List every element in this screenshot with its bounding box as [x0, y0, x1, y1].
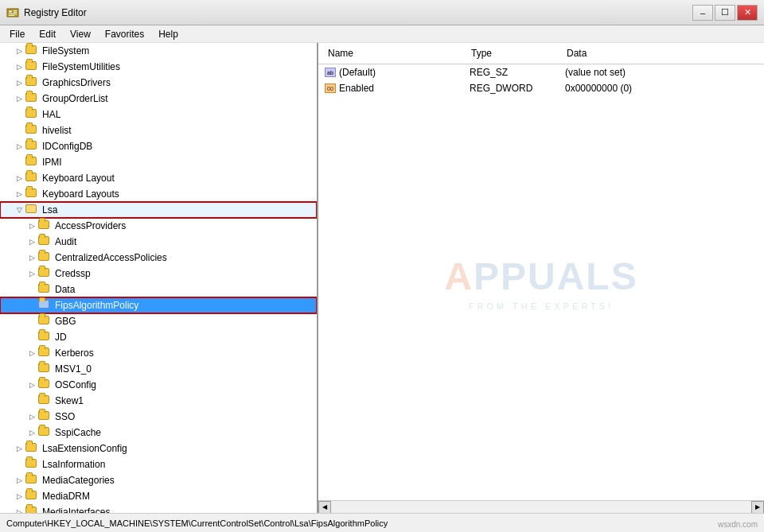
tree-item-keyboardlayouts[interactable]: ▷ Keyboard Layouts: [0, 186, 317, 202]
tree-item-gbg[interactable]: ▷ GBG: [0, 313, 317, 329]
window-controls: – ☐ ✕: [692, 5, 758, 21]
folder-icon-graphicsdrivers: [25, 77, 38, 88]
reg-type-enabled: REG_DWORD: [470, 83, 565, 94]
tree-item-hivelist[interactable]: ▷ hivelist: [0, 122, 317, 138]
tree-item-data[interactable]: ▷ Data: [0, 282, 317, 297]
tree-item-keyboardlayout[interactable]: ▷ Keyboard Layout: [0, 170, 317, 186]
tree-item-lsaextensionconfig[interactable]: ▷ LsaExtensionConfig: [0, 441, 317, 456]
tree-label-accessproviders: AccessProviders: [55, 220, 126, 231]
tree-content: ▷ FileSystem ▷ FileSystemUtilities ▷ Gra…: [0, 43, 317, 513]
tree-item-idconfigdb[interactable]: ▷ IDConfigDB: [0, 138, 317, 154]
expand-icon-sso: ▷: [25, 410, 38, 423]
tree-item-mediadrm[interactable]: ▷ MediaDRM: [0, 488, 317, 504]
folder-icon-kerberos: [38, 348, 51, 359]
tree-item-filesystem[interactable]: ▷ FileSystem: [0, 43, 317, 59]
tree-item-mediacategories[interactable]: ▷ MediaCategories: [0, 472, 317, 488]
folder-icon-idconfigdb: [25, 141, 38, 152]
folder-icon-fipsalgorithmpolicy: [38, 300, 51, 311]
tree-pane[interactable]: ▷ FileSystem ▷ FileSystemUtilities ▷ Gra…: [0, 43, 318, 513]
expand-icon-credssp: ▷: [25, 267, 38, 280]
tree-item-centralizedaccesspolicies[interactable]: ▷ CentralizedAccessPolicies: [0, 250, 317, 266]
folder-icon-accessproviders: [38, 220, 51, 231]
tree-label-osconfig: OSConfig: [55, 379, 96, 390]
tree-item-accessproviders[interactable]: ▷ AccessProviders: [0, 218, 317, 234]
reg-name-default: (Default): [339, 67, 470, 78]
horizontal-scrollbar[interactable]: ◀ ▶: [318, 500, 764, 513]
tree-item-jd[interactable]: ▷ JD: [0, 329, 317, 345]
tree-item-kerberos[interactable]: ▷ Kerberos: [0, 345, 317, 361]
reg-name-enabled: Enabled: [339, 83, 470, 94]
tree-label-filesystem: FileSystem: [42, 45, 89, 56]
col-header-type: Type: [468, 46, 563, 60]
expand-icon-keyboardlayouts: ▷: [13, 188, 25, 200]
folder-icon-mediainterfaces: [25, 507, 38, 513]
title-bar: Registry Editor – ☐ ✕: [0, 0, 764, 25]
folder-icon-keyboardlayout: [25, 173, 38, 184]
tree-label-sspicache: SspiCache: [55, 427, 101, 438]
tree-item-ipmi[interactable]: ▷ IPMI: [0, 154, 317, 170]
tree-item-graphicsdrivers[interactable]: ▷ GraphicsDrivers: [0, 75, 317, 91]
reg-data-enabled: 0x00000000 (0): [565, 83, 758, 94]
tree-item-fipsalgorithmpolicy[interactable]: ▷ FipsAlgorithmPolicy: [0, 297, 317, 313]
tree-label-idconfigdb: IDConfigDB: [42, 141, 92, 152]
main-content: ▷ FileSystem ▷ FileSystemUtilities ▷ Gra…: [0, 43, 764, 513]
tree-item-credssp[interactable]: ▷ Credssp: [0, 266, 317, 282]
tree-label-keyboardlayouts: Keyboard Layouts: [42, 188, 119, 200]
tree-item-lsainformation[interactable]: ▷ LsaInformation: [0, 456, 317, 472]
tree-label-mediadrm: MediaDRM: [42, 491, 90, 502]
folder-icon-keyboardlayouts: [25, 188, 38, 200]
close-button[interactable]: ✕: [737, 5, 758, 21]
registry-row-default[interactable]: ab (Default) REG_SZ (value not set): [318, 64, 764, 80]
scroll-left-button[interactable]: ◀: [318, 501, 331, 514]
folder-icon-credssp: [38, 268, 51, 279]
svg-rect-4: [9, 14, 17, 14]
tree-item-sso[interactable]: ▷ SSO: [0, 409, 317, 425]
tree-item-audit[interactable]: ▷ Audit: [0, 234, 317, 250]
expand-icon-keyboardlayout: ▷: [13, 172, 25, 184]
status-bar: Computer\HKEY_LOCAL_MACHINE\SYSTEM\Curre…: [0, 513, 764, 532]
expand-icon-centralizedaccesspolicies: ▷: [25, 251, 38, 264]
tree-item-sspicache[interactable]: ▷ SspiCache: [0, 425, 317, 441]
expand-icon-idconfigdb: ▷: [13, 140, 25, 153]
tree-label-ipmi: IPMI: [42, 157, 62, 168]
scroll-track[interactable]: [331, 501, 751, 513]
tree-label-lsaextensionconfig: LsaExtensionConfig: [42, 443, 127, 454]
menu-favorites[interactable]: Favorites: [99, 27, 150, 41]
svg-rect-2: [14, 10, 17, 11]
folder-icon-sso: [38, 411, 51, 422]
folder-icon-audit: [38, 236, 51, 247]
expand-icon-sspicache: ▷: [25, 426, 38, 439]
minimize-button[interactable]: –: [692, 5, 713, 21]
expand-icon-filesystemutilities: ▷: [13, 60, 25, 73]
registry-row-enabled[interactable]: 00 Enabled REG_DWORD 0x00000000 (0): [318, 80, 764, 96]
maximize-button[interactable]: ☐: [715, 5, 735, 21]
tree-item-filesystemutilities[interactable]: ▷ FileSystemUtilities: [0, 59, 317, 75]
folder-icon-osconfig: [38, 379, 51, 390]
menu-file[interactable]: File: [3, 27, 31, 41]
registry-values: APPUALS FROM THE EXPERTS! ab (Default) R…: [318, 64, 764, 500]
tree-label-grouporderlist: GroupOrderList: [42, 93, 108, 104]
expand-icon-kerberos: ▷: [25, 347, 38, 359]
expand-icon-mediacategories: ▷: [13, 474, 25, 487]
tree-item-msv1_0[interactable]: ▷ MSV1_0: [0, 361, 317, 377]
menu-view[interactable]: View: [64, 27, 97, 41]
tree-item-skew1[interactable]: ▷ Skew1: [0, 393, 317, 409]
menu-edit[interactable]: Edit: [33, 27, 62, 41]
right-pane: Name Type Data APPUALS FROM THE EXPERTS!…: [318, 43, 764, 513]
tree-item-osconfig[interactable]: ▷ OSConfig: [0, 377, 317, 393]
title-bar-left: Registry Editor: [6, 6, 87, 19]
tree-label-audit: Audit: [55, 236, 76, 247]
tree-item-grouporderlist[interactable]: ▷ GroupOrderList: [0, 91, 317, 107]
scroll-right-button[interactable]: ▶: [751, 501, 764, 514]
reg-icon-enabled: 00: [325, 83, 336, 93]
tree-item-mediainterfaces[interactable]: ▷ MediaInterfaces: [0, 504, 317, 513]
menu-help[interactable]: Help: [152, 27, 185, 41]
tree-item-lsa[interactable]: ▽ Lsa: [0, 202, 317, 218]
svg-rect-3: [14, 12, 17, 13]
expand-icon-mediainterfaces: ▷: [13, 506, 25, 513]
svg-rect-5: [9, 15, 14, 16]
folder-icon-filesystemutilities: [25, 61, 38, 72]
folder-icon-grouporderlist: [25, 93, 38, 104]
tree-item-hal[interactable]: ▷ HAL: [0, 107, 317, 122]
folder-icon-lsa: [25, 204, 38, 216]
